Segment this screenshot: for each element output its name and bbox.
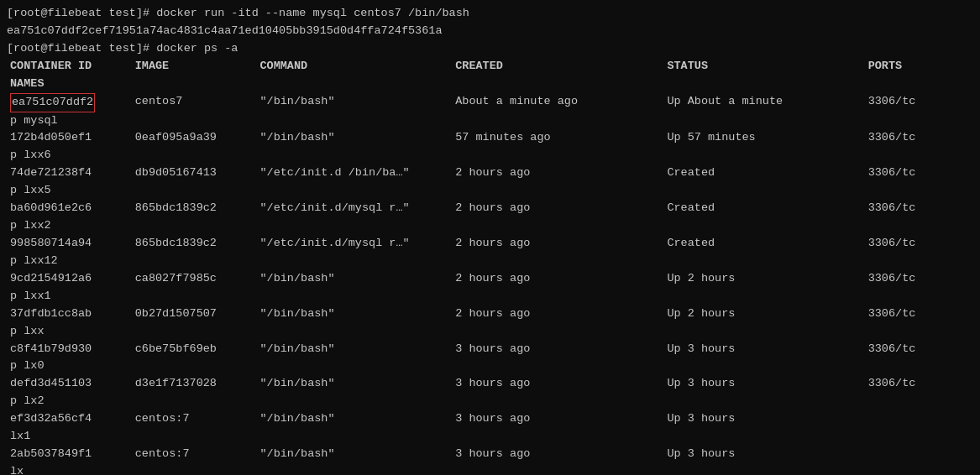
container-image: ca8027f7985c bbox=[132, 270, 257, 288]
cmd-line-2: [root@filebeat test]# docker ps -a bbox=[7, 40, 973, 58]
table-name-row: p lxx5 bbox=[7, 182, 973, 200]
container-image: 865bdc1839c2 bbox=[132, 235, 257, 253]
container-created: 3 hours ago bbox=[452, 375, 663, 393]
container-id: 172b4d050ef1 bbox=[7, 129, 132, 147]
container-ports bbox=[865, 446, 973, 463]
container-command: "/bin/bash" bbox=[256, 341, 452, 358]
table-row: ef3d32a56cf4centos:7"/bin/bash"3 hours a… bbox=[7, 410, 973, 428]
table-name-row: p lxx bbox=[7, 323, 973, 341]
container-created: 2 hours ago bbox=[452, 305, 663, 323]
container-command: "/bin/bash" bbox=[256, 446, 452, 463]
table-name-row: p mysql bbox=[7, 112, 973, 130]
container-image: d3e1f7137028 bbox=[132, 375, 257, 393]
container-status: Up 3 hours bbox=[663, 410, 864, 428]
docker-table: CONTAINER ID IMAGE COMMAND CREATED STATU… bbox=[7, 58, 973, 475]
container-id: 9cd2154912a6 bbox=[7, 270, 132, 288]
container-created: 2 hours ago bbox=[452, 164, 663, 182]
container-name: p lxx5 bbox=[7, 182, 973, 200]
container-ports: 3306/tc bbox=[865, 305, 973, 323]
container-status: Created bbox=[663, 200, 864, 217]
container-created: 3 hours ago bbox=[452, 341, 663, 358]
table-row: 37dfdb1cc8ab0b27d1507507"/bin/bash"2 hou… bbox=[7, 305, 973, 323]
prompt-2: [root@filebeat test]# bbox=[7, 40, 156, 58]
container-name: p lx2 bbox=[7, 393, 973, 410]
container-name: p mysql bbox=[7, 112, 973, 130]
container-created: 3 hours ago bbox=[452, 446, 663, 463]
container-image: centos7 bbox=[132, 93, 257, 112]
container-status: Up 57 minutes bbox=[663, 129, 864, 147]
container-ports: 3306/tc bbox=[865, 375, 973, 393]
header-container-id: CONTAINER ID bbox=[7, 58, 132, 76]
container-name: p lxx1 bbox=[7, 288, 973, 305]
container-image: centos:7 bbox=[132, 446, 257, 463]
container-command: "/bin/bash" bbox=[256, 305, 452, 323]
table-name-row: p lx0 bbox=[7, 358, 973, 375]
container-image: db9d05167413 bbox=[132, 164, 257, 182]
container-status: Up 3 hours bbox=[663, 341, 864, 358]
terminal: [root@filebeat test]# docker run -itd --… bbox=[0, 0, 980, 475]
container-command: "/bin/bash" bbox=[256, 93, 452, 112]
container-id-highlighted: ea751c07ddf2 bbox=[10, 93, 95, 112]
table-row: defd3d451103d3e1f7137028"/bin/bash"3 hou… bbox=[7, 375, 973, 393]
container-ports: 3306/tc bbox=[865, 164, 973, 182]
container-status: Up 2 hours bbox=[663, 305, 864, 323]
container-status: Created bbox=[663, 164, 864, 182]
table-name-row: lx1 bbox=[7, 428, 973, 446]
table-name-row: lx bbox=[7, 463, 973, 475]
table-row: 2ab5037849f1centos:7"/bin/bash"3 hours a… bbox=[7, 446, 973, 463]
container-name: p lxx6 bbox=[7, 147, 973, 164]
table-header-row: CONTAINER ID IMAGE COMMAND CREATED STATU… bbox=[7, 58, 973, 76]
container-created: About a minute ago bbox=[452, 93, 663, 112]
container-name: p lxx2 bbox=[7, 217, 973, 235]
container-command: "/etc/init.d/mysql r…" bbox=[256, 235, 452, 253]
container-command: "/bin/bash" bbox=[256, 129, 452, 147]
table-row: ea751c07ddf2centos7"/bin/bash"About a mi… bbox=[7, 93, 973, 112]
container-id: c8f41b79d930 bbox=[7, 341, 132, 358]
container-name: p lx0 bbox=[7, 358, 973, 375]
container-ports: 3306/tc bbox=[865, 200, 973, 217]
container-id: ba60d961e2c6 bbox=[7, 200, 132, 217]
header-image: IMAGE bbox=[132, 58, 257, 76]
container-ports: 3306/tc bbox=[865, 129, 973, 147]
table-name-row: p lxx2 bbox=[7, 217, 973, 235]
header-status: STATUS bbox=[663, 58, 864, 76]
container-image: centos:7 bbox=[132, 410, 257, 428]
container-ports: 3306/tc bbox=[865, 235, 973, 253]
table-row: c8f41b79d930c6be75bf69eb"/bin/bash"3 hou… bbox=[7, 341, 973, 358]
container-name: lx1 bbox=[7, 428, 973, 446]
hash-text: ea751c07ddf2cef71951a74ac4831c4aa71ed104… bbox=[7, 23, 442, 40]
container-ports: 3306/tc bbox=[865, 93, 973, 112]
container-command: "/etc/init.d/mysql r…" bbox=[256, 200, 452, 217]
table-row: ba60d961e2c6865bdc1839c2"/etc/init.d/mys… bbox=[7, 200, 973, 217]
header-command: COMMAND bbox=[256, 58, 452, 76]
container-image: 0b27d1507507 bbox=[132, 305, 257, 323]
container-created: 57 minutes ago bbox=[452, 129, 663, 147]
cmd-line-1: [root@filebeat test]# docker run -itd --… bbox=[7, 5, 973, 23]
container-status: Up About a minute bbox=[663, 93, 864, 112]
header-created: CREATED bbox=[452, 58, 663, 76]
container-command: "/etc/init.d /bin/ba…" bbox=[256, 164, 452, 182]
container-status: Up 3 hours bbox=[663, 375, 864, 393]
container-id: 37dfdb1cc8ab bbox=[7, 305, 132, 323]
table-subheader-row: NAMES bbox=[7, 76, 973, 93]
cmd-text-1: docker run -itd --name mysql centos7 /bi… bbox=[156, 5, 469, 23]
container-ports bbox=[865, 410, 973, 428]
container-ports: 3306/tc bbox=[865, 341, 973, 358]
container-id: defd3d451103 bbox=[7, 375, 132, 393]
table-row: 9cd2154912a6ca8027f7985c"/bin/bash"2 hou… bbox=[7, 270, 973, 288]
table-row: 172b4d050ef10eaf095a9a39"/bin/bash"57 mi… bbox=[7, 129, 973, 147]
table-name-row: p lxx6 bbox=[7, 147, 973, 164]
container-id: ef3d32a56cf4 bbox=[7, 410, 132, 428]
table-row: 998580714a94865bdc1839c2"/etc/init.d/mys… bbox=[7, 235, 973, 253]
container-image: 0eaf095a9a39 bbox=[132, 129, 257, 147]
container-command: "/bin/bash" bbox=[256, 270, 452, 288]
prompt-1: [root@filebeat test]# bbox=[7, 5, 156, 23]
table-name-row: p lxx12 bbox=[7, 253, 973, 270]
container-created: 2 hours ago bbox=[452, 235, 663, 253]
container-status: Up 3 hours bbox=[663, 446, 864, 463]
container-id: 74de721238f4 bbox=[7, 164, 132, 182]
container-id: 998580714a94 bbox=[7, 235, 132, 253]
container-image: c6be75bf69eb bbox=[132, 341, 257, 358]
container-name: p lxx bbox=[7, 323, 973, 341]
table-name-row: p lx2 bbox=[7, 393, 973, 410]
